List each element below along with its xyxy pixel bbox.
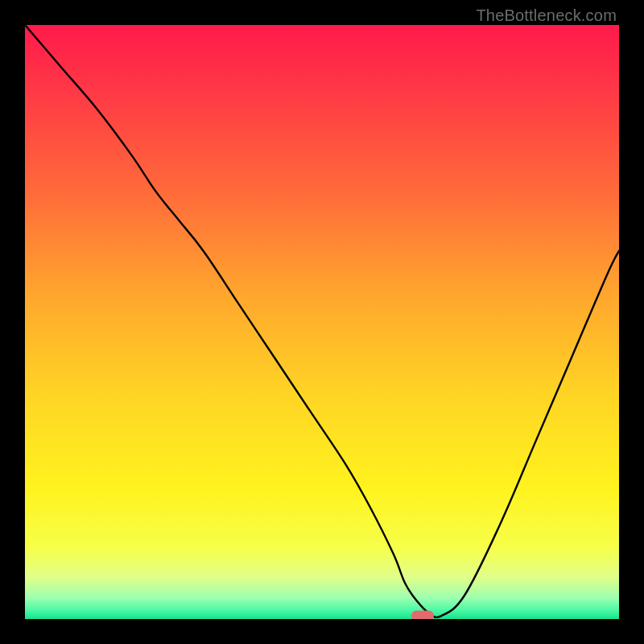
plot-area <box>25 25 619 619</box>
bottleneck-curve <box>25 25 619 619</box>
watermark-text: TheBottleneck.com <box>476 6 617 25</box>
optimal-point-marker <box>411 611 434 619</box>
chart-container: TheBottleneck.com <box>0 0 644 644</box>
